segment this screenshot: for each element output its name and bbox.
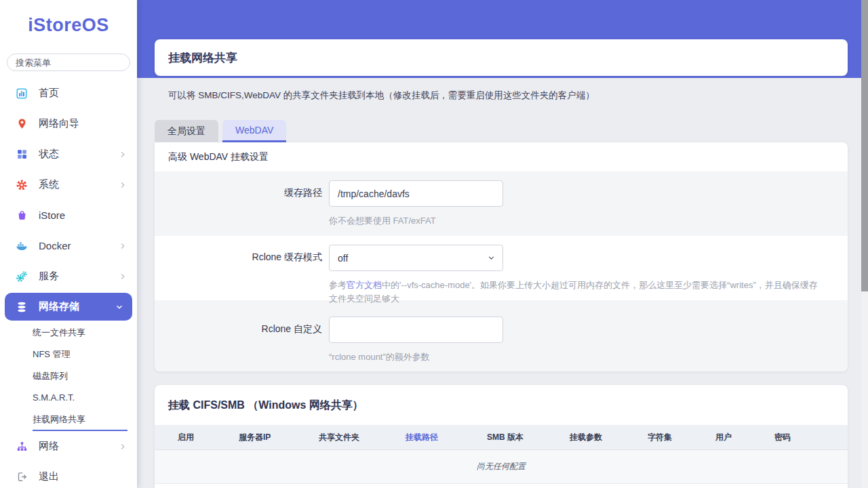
app-logo: iStoreOS (0, 15, 137, 36)
rclone-custom-hint: “rclone mount”的额外参数 (329, 350, 831, 364)
hint-text: 中的'--vfs-cache-mode'。如果你要上传大小超过可用内存的文件，那… (329, 280, 818, 304)
sidebar-item-label: 退出 (39, 470, 59, 483)
col-mount-path[interactable]: 挂载路径 (406, 432, 487, 443)
tab-webdav[interactable]: WebDAV (222, 120, 286, 142)
sidebar-search-input[interactable] (7, 54, 130, 71)
chevron-right-icon (118, 150, 127, 159)
sidebar-item-label: 服务 (39, 270, 59, 283)
cifs-new-row (155, 484, 848, 488)
sidebar-nav: 首页 网络向导 状态 系统 (0, 78, 137, 488)
rclone-cache-mode-label: Rclone 缓存模式 (155, 245, 329, 300)
form-row-rclone-custom: Rclone 自定义 “rclone mount”的额外参数 (155, 300, 848, 371)
col-password: 密码 (774, 432, 848, 443)
storage-database-icon (15, 300, 28, 314)
submenu-item-mount-network-share[interactable]: 挂载网络共享 (33, 409, 127, 431)
rclone-cache-mode-hint: 参考官方文档中的'--vfs-cache-mode'。如果你要上传大小超过可用内… (329, 279, 831, 306)
sidebar-item-logout[interactable]: 退出 (0, 462, 137, 488)
selected-option: off (338, 253, 348, 264)
submenu-item-nfs[interactable]: NFS 管理 (33, 344, 127, 365)
sidebar-item-label: Docker (39, 240, 71, 251)
wizard-icon (15, 117, 28, 131)
istore-bag-icon (15, 209, 28, 222)
col-charset: 字符集 (648, 432, 715, 443)
vertical-scrollbar (861, 0, 868, 488)
chevron-right-icon (118, 241, 127, 251)
form-row-cache-path: 缓存路径 你不会想要使用 FAT/exFAT (155, 171, 848, 236)
tab-bar: 全局设置 WebDAV (155, 120, 848, 142)
webdav-settings-card: 高级 WebDAV 挂载设置 缓存路径 你不会想要使用 FAT/exFAT Rc… (155, 142, 848, 371)
rclone-cache-mode-select[interactable]: off (329, 245, 503, 271)
services-gears-icon (15, 270, 28, 283)
submenu-item-raid[interactable]: 磁盘阵列 (33, 365, 127, 387)
cache-path-input[interactable] (329, 180, 503, 207)
sidebar-item-label: 状态 (39, 148, 59, 161)
sidebar-item-network[interactable]: 网络 (0, 431, 137, 462)
docker-whale-icon (15, 239, 28, 253)
hint-text: 参考 (329, 280, 347, 290)
status-icon (15, 148, 28, 161)
submenu-item-unified-file-sharing[interactable]: 统一文件共享 (33, 322, 127, 344)
cache-path-hint: 你不会想要使用 FAT/exFAT (329, 214, 831, 228)
system-gear-icon (15, 178, 28, 192)
cifs-section-title: 挂载 CIFS/SMB （Windows 网络共享） (155, 385, 848, 425)
col-smb-version: SMB 版本 (487, 432, 570, 443)
col-mount-params: 挂载参数 (570, 432, 648, 443)
chevron-right-icon (118, 180, 127, 190)
cifs-table-header: 启用 服务器IP 共享文件夹 挂载路径 SMB 版本 挂载参数 字符集 用户 密… (155, 425, 848, 450)
rclone-custom-input[interactable] (329, 317, 503, 343)
sidebar-item-docker[interactable]: Docker (0, 230, 137, 261)
sidebar-item-label: 网络向导 (39, 117, 79, 130)
sidebar: iStoreOS 首页 网络向导 状态 (0, 0, 137, 488)
sidebar-item-label: 网络存储 (39, 300, 79, 313)
sidebar-item-system[interactable]: 系统 (0, 169, 137, 200)
sidebar-item-status[interactable]: 状态 (0, 139, 137, 169)
col-shared-folder: 共享文件夹 (319, 432, 406, 443)
sidebar-item-label: 首页 (39, 87, 59, 100)
chevron-right-icon (118, 442, 127, 451)
page-description: 可以将 SMB/CIFS,WebDAV 的共享文件夹挂载到本地（修改挂载后，需要… (168, 89, 848, 102)
col-server-ip: 服务器IP (239, 432, 319, 443)
chevron-down-icon (115, 302, 124, 312)
sidebar-item-istore[interactable]: iStore (0, 200, 137, 230)
page-title-card: 挂载网络共享 (155, 39, 848, 76)
logout-icon (15, 470, 28, 484)
cifs-smb-card: 挂载 CIFS/SMB （Windows 网络共享） 启用 服务器IP 共享文件… (155, 385, 848, 488)
scrollbar-thumb[interactable] (861, 0, 868, 291)
form-row-rclone-cache-mode: Rclone 缓存模式 off 参考官方文档中的'--vfs-cache-mod… (155, 236, 848, 300)
sidebar-item-network-wizard[interactable]: 网络向导 (0, 108, 137, 139)
webdav-section-title: 高级 WebDAV 挂载设置 (155, 142, 848, 171)
tab-global-settings[interactable]: 全局设置 (155, 120, 218, 142)
home-icon (15, 87, 28, 100)
cifs-empty-row: 尚无任何配置 (155, 450, 848, 484)
col-user: 用户 (715, 432, 774, 443)
rclone-custom-label: Rclone 自定义 (155, 317, 329, 371)
col-enable: 启用 (178, 432, 239, 443)
sidebar-item-services[interactable]: 服务 (0, 261, 137, 291)
sidebar-item-network-storage[interactable]: 网络存储 (5, 293, 132, 321)
cache-path-label: 缓存路径 (155, 180, 329, 236)
network-storage-submenu: 统一文件共享 NFS 管理 磁盘阵列 S.M.A.R.T. 挂载网络共享 (0, 322, 137, 431)
submenu-item-smart[interactable]: S.M.A.R.T. (33, 387, 127, 409)
main-content: 挂载网络共享 可以将 SMB/CIFS,WebDAV 的共享文件夹挂载到本地（修… (155, 0, 848, 488)
chevron-down-icon (487, 253, 496, 264)
sidebar-item-label: 网络 (39, 440, 59, 453)
page-title: 挂载网络共享 (168, 50, 237, 66)
sidebar-item-home[interactable]: 首页 (0, 78, 137, 108)
network-tree-icon (15, 440, 28, 453)
chevron-right-icon (118, 272, 127, 281)
official-docs-link[interactable]: 官方文档 (347, 280, 382, 290)
sidebar-item-label: 系统 (39, 178, 59, 191)
sidebar-item-label: iStore (39, 209, 65, 221)
